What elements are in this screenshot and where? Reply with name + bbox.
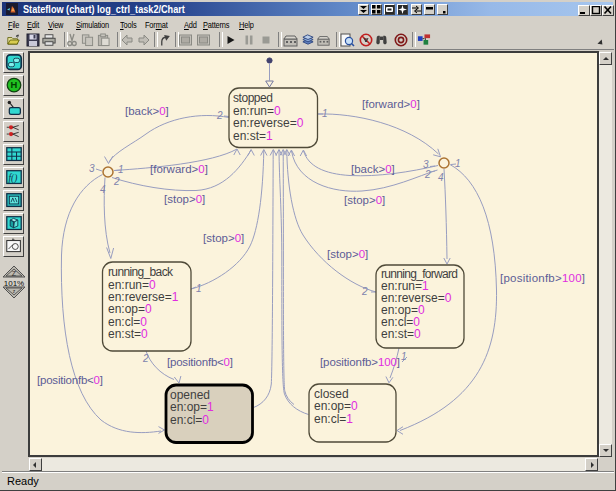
- svg-text:2: 2: [424, 169, 431, 180]
- svg-text:2: 2: [142, 353, 149, 364]
- svg-text:4: 4: [438, 172, 444, 183]
- svg-text:[stop>0]: [stop>0]: [164, 193, 205, 205]
- svg-text:1: 1: [322, 108, 328, 119]
- svg-text:H: H: [10, 80, 17, 90]
- svg-text:en:cl=1: en:cl=1: [314, 412, 353, 426]
- svg-text:[back>0]: [back>0]: [125, 105, 169, 117]
- svg-text:Z: Z: [12, 270, 17, 277]
- svg-text:en:st=0: en:st=0: [381, 327, 421, 341]
- svg-text:[forward>0]: [forward>0]: [150, 163, 208, 175]
- svg-text:2: 2: [216, 110, 223, 121]
- svg-text:[forward>0]: [forward>0]: [362, 98, 420, 110]
- svg-text:[stop>0]: [stop>0]: [203, 232, 244, 244]
- svg-text:f(): f(): [8, 173, 17, 184]
- svg-text:en:st=1: en:st=1: [233, 129, 273, 143]
- svg-text:1: 1: [196, 283, 202, 294]
- svg-text:4: 4: [100, 184, 106, 195]
- svg-text:1: 1: [401, 351, 407, 362]
- svg-text:[stop>0]: [stop>0]: [327, 248, 368, 260]
- svg-text:[back>0]: [back>0]: [351, 163, 395, 175]
- svg-text:[positionfb<0]: [positionfb<0]: [167, 356, 233, 368]
- svg-text:2: 2: [361, 286, 368, 297]
- svg-text:[positionfb<0]: [positionfb<0]: [37, 374, 103, 386]
- svg-text:en:st=0: en:st=0: [108, 327, 148, 341]
- svg-text:101%: 101%: [4, 279, 24, 288]
- svg-text:1: 1: [455, 158, 461, 169]
- svg-text:2: 2: [113, 176, 120, 187]
- svg-text:en:cl=0: en:cl=0: [170, 413, 209, 427]
- svg-text:[positionfb>100]: [positionfb>100]: [320, 356, 400, 368]
- svg-text:3: 3: [89, 163, 95, 174]
- svg-text:[positionfb>100]: [positionfb>100]: [500, 272, 585, 284]
- svg-text:1: 1: [118, 164, 124, 175]
- svg-text:[stop>0]: [stop>0]: [344, 194, 385, 206]
- svg-text:stopped: stopped: [233, 91, 273, 105]
